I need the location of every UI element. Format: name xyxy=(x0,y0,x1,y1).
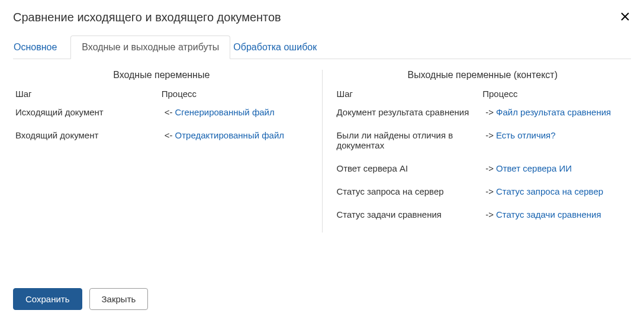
close-button[interactable]: Закрыть xyxy=(89,288,149,310)
arrow-right-icon: -> xyxy=(485,163,494,173)
input-row: Входящий документ <- Отредактированный ф… xyxy=(15,130,308,140)
input-header-step: Шаг xyxy=(15,89,162,99)
output-row: Были ли найдены отличия в документах -> … xyxy=(337,130,629,150)
output-process-link[interactable]: Есть отличия? xyxy=(496,130,556,140)
arrow-left-icon: <- xyxy=(165,107,173,117)
output-step-label: Статус задачи сравнения xyxy=(337,209,486,219)
output-row: Документ результата сравнения -> Файл ре… xyxy=(337,107,629,117)
output-row: Статус запроса на сервер -> Статус запро… xyxy=(337,186,629,196)
arrow-right-icon: -> xyxy=(485,107,494,117)
tab-bar: Основное Входные и выходные атрибуты Обр… xyxy=(13,35,631,59)
output-variables-panel: Выходные переменные (контекст) Шаг Проце… xyxy=(323,70,632,232)
tab-errors[interactable]: Обработка ошибок xyxy=(233,35,328,59)
input-process-link[interactable]: Сгенерированный файл xyxy=(175,107,275,117)
arrow-left-icon: <- xyxy=(165,130,173,140)
output-header-process: Процесс xyxy=(482,89,629,99)
output-process-link[interactable]: Статус запроса на сервер xyxy=(496,186,603,196)
output-process-link[interactable]: Файл результата сравнения xyxy=(496,107,611,117)
save-button[interactable]: Сохранить xyxy=(13,288,82,310)
output-process-link[interactable]: Ответ сервера ИИ xyxy=(496,163,572,173)
output-step-label: Были ли найдены отличия в документах xyxy=(337,130,486,150)
arrow-right-icon: -> xyxy=(485,130,494,140)
output-panel-title: Выходные переменные (контекст) xyxy=(337,70,629,80)
output-step-label: Статус запроса на сервер xyxy=(337,186,486,196)
input-panel-title: Входные переменные xyxy=(15,70,308,80)
input-step-label: Входящий документ xyxy=(15,130,165,140)
tab-attributes[interactable]: Входные и выходные атрибуты xyxy=(70,35,230,59)
input-variables-panel: Входные переменные Шаг Процесс Исходящий… xyxy=(13,70,323,232)
arrow-right-icon: -> xyxy=(485,209,494,219)
arrow-right-icon: -> xyxy=(485,186,494,196)
input-process-link[interactable]: Отредактированный файл xyxy=(175,130,285,140)
input-step-label: Исходящий документ xyxy=(15,107,165,117)
input-row: Исходящий документ <- Сгенерированный фа… xyxy=(15,107,308,117)
tab-main[interactable]: Основное xyxy=(13,35,68,59)
output-step-label: Ответ сервера AI xyxy=(337,163,486,173)
output-header-step: Шаг xyxy=(337,89,483,99)
dialog-title: Сравнение исходящего и входящего докумен… xyxy=(13,11,281,24)
output-step-label: Документ результата сравнения xyxy=(337,107,486,117)
output-row: Ответ сервера AI -> Ответ сервера ИИ xyxy=(337,163,629,173)
close-icon[interactable] xyxy=(619,11,631,22)
output-row: Статус задачи сравнения -> Статус задачи… xyxy=(337,209,629,219)
output-process-link[interactable]: Статус задачи сравнения xyxy=(496,209,601,219)
input-header-process: Процесс xyxy=(162,89,308,99)
